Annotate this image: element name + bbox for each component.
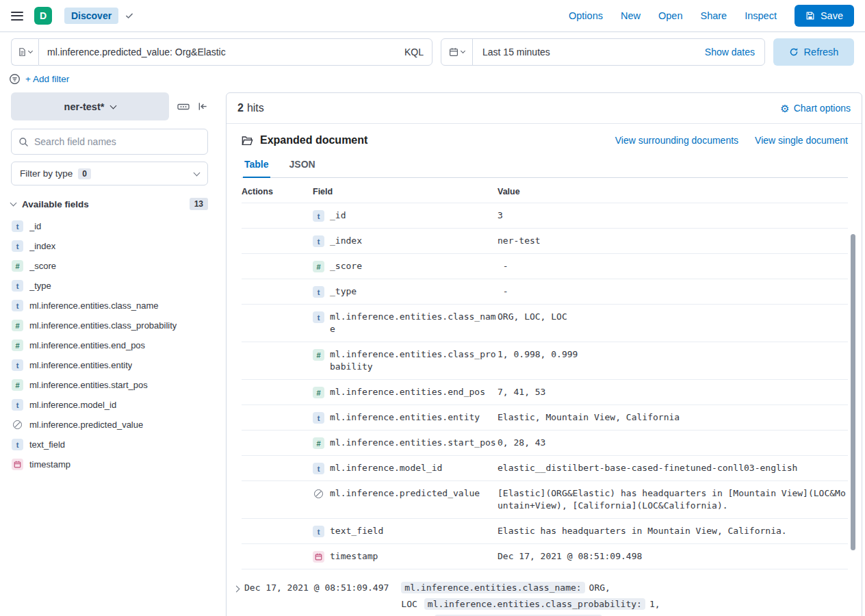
search-field-names-input[interactable] [34, 136, 201, 147]
tab-table[interactable]: Table [243, 153, 270, 178]
date-field-icon [313, 551, 324, 563]
tab-json[interactable]: JSON [288, 153, 317, 177]
chevron-down-icon [461, 49, 465, 53]
scrollbar[interactable] [851, 234, 855, 550]
document-timestamp: Dec 17, 2021 @ 08:51:09.497 [244, 580, 389, 596]
number-field-icon [313, 261, 324, 272]
filter-by-type-button[interactable]: Filter by type 0 [11, 162, 208, 185]
table-row: _type - [242, 279, 848, 305]
unknown-field-icon [313, 488, 324, 500]
nav-new[interactable]: New [621, 10, 641, 21]
query-bar: KQL Last 15 minutes Show dates Refresh [0, 32, 865, 66]
string-field-icon [313, 210, 324, 222]
field-list: _id _index _score _type ml.inference.ent… [11, 216, 208, 474]
filter-count-badge: 0 [78, 168, 91, 179]
expand-document-icon[interactable] [234, 582, 239, 593]
doc-viewer-title: Expanded document [260, 134, 367, 146]
string-field-icon [12, 220, 23, 232]
field-list-item[interactable]: ml.inference.entities.end_pos [11, 335, 208, 355]
field-search [11, 129, 208, 155]
unknown-field-icon [12, 419, 23, 431]
add-filter-link[interactable]: + Add filter [25, 74, 69, 84]
space-avatar[interactable]: D [34, 7, 52, 25]
field-list-item[interactable]: text_field [11, 435, 208, 454]
nav-share[interactable]: Share [700, 10, 727, 21]
nav-inspect[interactable]: Inspect [745, 10, 777, 21]
document-row: Dec 17, 2021 @ 08:51:09.497 ml.inference… [227, 569, 862, 616]
query-input[interactable] [39, 47, 396, 57]
field-list-item[interactable]: _index [11, 236, 208, 256]
number-field-icon [12, 339, 23, 351]
chevron-down-icon [10, 200, 17, 207]
hits-count: 2hits [237, 102, 264, 114]
chart-options-link[interactable]: ⚙ Chart options [780, 103, 851, 114]
number-field-icon [12, 260, 23, 272]
save-button[interactable]: Save [795, 5, 854, 27]
source-field-badge: ml.inference.entities.class_probability: [424, 598, 645, 610]
table-row: _score - [242, 254, 848, 279]
collapse-sidebar-icon[interactable] [198, 101, 208, 112]
field-list-item[interactable]: ml.inference.entities.class_probability [11, 316, 208, 335]
number-field-icon [12, 320, 23, 331]
nav-open[interactable]: Open [658, 10, 682, 21]
fields-sidebar: ner-test* Filter by type 0 Available fie… [11, 92, 208, 474]
table-row: ml.inference.model_idelastic__distilbert… [242, 456, 848, 481]
refresh-button[interactable]: Refresh [773, 38, 854, 66]
filter-menu-icon[interactable] [9, 73, 21, 85]
string-field-icon [12, 439, 23, 450]
time-range-value[interactable]: Last 15 minutes [473, 47, 705, 57]
string-field-icon [313, 526, 324, 537]
document-source: ml.inference.entities.class_name:ORG, LO… [401, 580, 851, 616]
available-fields-title: Available fields [22, 199, 89, 209]
query-language-button[interactable]: KQL [396, 47, 432, 57]
index-pattern-switcher[interactable]: ner-test* [11, 92, 169, 120]
chevron-down-icon [194, 169, 201, 176]
field-list-item[interactable]: _score [11, 256, 208, 276]
gear-icon: ⚙ [780, 103, 789, 114]
field-list-item[interactable]: ml.inference.predicted_value [11, 415, 208, 435]
search-icon [18, 137, 29, 147]
table-row: ml.inference.entities.class_probability1… [242, 342, 848, 380]
available-fields-accordion[interactable]: Available fields 13 [11, 198, 208, 210]
expanded-document-viewer: Expanded document View surrounding docum… [227, 124, 862, 569]
date-picker: Last 15 minutes Show dates [441, 38, 765, 66]
quick-select-menu-button[interactable] [441, 39, 473, 65]
breadcrumb[interactable]: Discover [64, 8, 118, 24]
calendar-icon [449, 47, 459, 57]
string-field-icon [12, 399, 23, 411]
saved-query-menu-button[interactable] [11, 38, 38, 66]
table-row: ml.inference.entities.start_pos0, 28, 43 [242, 431, 848, 456]
field-list-item[interactable]: ml.inference.model_id [11, 395, 208, 415]
field-list-item[interactable]: ml.inference.entities.start_pos [11, 375, 208, 395]
view-surrounding-documents-link[interactable]: View surrounding documents [615, 135, 738, 146]
field-list-item[interactable]: timestamp [11, 454, 208, 474]
field-list-item[interactable]: _type [11, 276, 208, 296]
field-list-item[interactable]: ml.inference.entities.entity [11, 355, 208, 375]
nav-options[interactable]: Options [569, 10, 603, 21]
filter-bar: + Add filter [0, 66, 865, 88]
string-field-icon [313, 463, 324, 474]
field-list-item[interactable]: _id [11, 216, 208, 236]
doc-viewer-tabs: Table JSON [242, 153, 848, 178]
doc-table-header: Actions Field Value [242, 178, 848, 203]
table-row: ml.inference.entities.end_pos7, 41, 53 [242, 380, 848, 405]
check-icon [125, 12, 133, 20]
string-field-icon [313, 286, 324, 298]
table-row: ml.inference.entities.class_nameORG, LOC… [242, 305, 848, 342]
string-field-icon [313, 412, 324, 424]
table-row: ml.inference.entities.entityElastic, Mou… [242, 405, 848, 431]
table-row: ml.inference.predicted_value[Elastic](OR… [242, 481, 848, 519]
menu-icon[interactable] [11, 9, 23, 23]
show-dates-link[interactable]: Show dates [705, 47, 764, 57]
folder-open-icon [242, 136, 253, 146]
date-field-icon [12, 459, 23, 470]
save-icon [805, 11, 815, 21]
string-field-icon [313, 235, 324, 247]
string-field-icon [12, 240, 23, 252]
field-list-item[interactable]: ml.inference.entities.class_name [11, 296, 208, 316]
table-row: timestampDec 17, 2021 @ 08:51:09.498 [242, 544, 848, 569]
saved-query-icon [18, 47, 27, 57]
view-single-document-link[interactable]: View single document [755, 135, 848, 146]
field-stats-icon[interactable] [177, 101, 190, 112]
table-row: _id3 [242, 203, 848, 229]
